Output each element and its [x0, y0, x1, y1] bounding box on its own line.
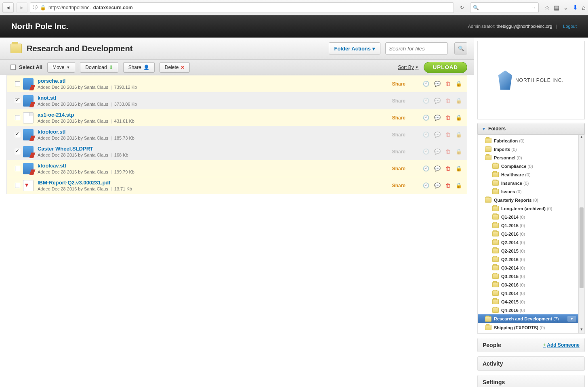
file-row[interactable]: as1-oc-214.stpAdded Dec 28 2016 by Santa…	[7, 109, 467, 126]
history-icon[interactable]: 🕘	[423, 81, 429, 87]
folder-tree-item[interactable]: Shipping (EXPORTS)(0)	[478, 323, 584, 332]
settings-panel[interactable]: Settings	[477, 375, 585, 387]
folder-tree-item[interactable]: Q3-2015(0)	[478, 272, 584, 280]
folder-tree-item[interactable]: Q4-2016(0)	[478, 306, 584, 314]
comment-icon[interactable]: 💬	[434, 81, 441, 87]
trash-icon[interactable]: 🗑	[445, 182, 451, 188]
folder-tree-item[interactable]: Q2-2016(0)	[478, 255, 584, 264]
folder-tree-item[interactable]: Q1-2015(0)	[478, 221, 584, 230]
file-name[interactable]: ktoolcav.stl	[38, 163, 381, 169]
history-icon[interactable]: 🕘	[423, 132, 429, 138]
lock-icon[interactable]: 🔒	[456, 98, 462, 104]
trash-icon[interactable]: 🗑	[445, 149, 451, 155]
folder-actions-button[interactable]: Folder Actions▾	[329, 42, 380, 54]
history-icon[interactable]: 🕘	[423, 165, 429, 172]
share-link[interactable]: Share	[381, 183, 405, 188]
share-link[interactable]: Share	[381, 115, 405, 121]
trash-icon[interactable]: 🗑	[445, 115, 451, 121]
folder-tree-item[interactable]: Fabrication(0)	[478, 136, 584, 145]
file-name[interactable]: porsche.stl	[38, 78, 381, 84]
tree-scrollbar[interactable]: ▲ ▼	[578, 135, 584, 333]
file-name[interactable]: Caster Wheel.SLDPRT	[38, 146, 381, 152]
history-icon[interactable]: 🕘	[423, 115, 429, 121]
lock-icon[interactable]: 🔒	[456, 165, 462, 172]
comment-icon[interactable]: 💬	[434, 115, 441, 121]
people-panel[interactable]: People + Add Someone	[477, 338, 585, 352]
folder-tree-item[interactable]: Q2-2015(0)	[478, 247, 584, 255]
share-link[interactable]: Share	[381, 98, 405, 104]
comment-icon[interactable]: 💬	[434, 182, 441, 188]
file-row[interactable]: ktoolcav.stlAdded Dec 28 2016 by Santa C…	[7, 160, 467, 177]
folder-tree-item[interactable]: Long-term (archived)(0)	[478, 204, 584, 213]
file-row[interactable]: Caster Wheel.SLDPRTAdded Dec 28 2016 by …	[7, 143, 467, 160]
share-link[interactable]: Share	[381, 166, 405, 172]
upload-button[interactable]: UPLOAD	[424, 62, 467, 73]
file-checkbox[interactable]	[12, 132, 23, 137]
file-checkbox[interactable]	[12, 166, 23, 171]
comment-icon[interactable]: 💬	[434, 165, 441, 172]
url-bar[interactable]: ⓘ 🔒 https://northpoleinc.dataxsecure.com	[30, 2, 454, 13]
activity-panel[interactable]: Activity	[477, 356, 585, 371]
file-checkbox[interactable]	[12, 149, 23, 154]
home-icon[interactable]: ⌂	[582, 4, 586, 11]
file-name[interactable]: as1-oc-214.stp	[38, 112, 381, 118]
trash-icon[interactable]: 🗑	[445, 81, 451, 87]
history-icon[interactable]: 🕘	[423, 149, 429, 155]
folder-tree-item[interactable]: Q3-2014(0)	[478, 264, 584, 272]
folder-tree-item[interactable]: Healthcare(0)	[478, 170, 584, 179]
lock-icon[interactable]: 🔒	[456, 182, 462, 188]
share-link[interactable]: Share	[381, 149, 405, 155]
file-checkbox[interactable]	[12, 81, 23, 86]
folder-tree-item[interactable]: Compliance(0)	[478, 162, 584, 170]
folder-tree-item[interactable]: Q1-2014(0)	[478, 213, 584, 221]
refresh-button[interactable]: ↻	[456, 2, 468, 13]
folder-tree-item[interactable]: Q4-2014(0)	[478, 289, 584, 297]
logout-link[interactable]: Logout	[563, 24, 577, 29]
folder-tree-item[interactable]: Q4-2015(0)	[478, 297, 584, 306]
comment-icon[interactable]: 💬	[434, 132, 441, 138]
file-row[interactable]: ktoolcor.stlAdded Dec 28 2016 by Santa C…	[7, 126, 467, 143]
lock-icon[interactable]: 🔒	[456, 115, 462, 121]
add-someone-link[interactable]: + Add Someone	[543, 342, 580, 348]
file-name[interactable]: IBM-Report-Q2.v3.000231.pdf	[38, 180, 381, 186]
downloads-icon[interactable]: ⬇	[573, 4, 578, 11]
share-button[interactable]: Share 👤	[123, 62, 155, 73]
back-button[interactable]: ◄	[2, 2, 14, 13]
file-checkbox[interactable]	[12, 98, 23, 103]
file-row[interactable]: IBM-Report-Q2.v3.000231.pdfAdded Dec 28 …	[7, 177, 467, 194]
move-button[interactable]: Move ▼	[47, 62, 75, 73]
history-icon[interactable]: 🕘	[423, 182, 429, 188]
folder-tree-item[interactable]: Q2-2014(0)	[478, 238, 584, 247]
history-icon[interactable]: 🕘	[423, 98, 429, 104]
search-button[interactable]: 🔍	[454, 42, 467, 54]
delete-button[interactable]: Delete ✕	[160, 62, 190, 73]
trash-icon[interactable]: 🗑	[445, 165, 451, 172]
folder-tree-item[interactable]: Q3-2016(0)	[478, 280, 584, 289]
file-row[interactable]: knot.stlAdded Dec 28 2016 by Santa Claus…	[7, 92, 467, 109]
select-all[interactable]: Select All	[10, 64, 42, 70]
lock-icon[interactable]: 🔒	[456, 81, 462, 87]
file-name[interactable]: ktoolcor.stl	[38, 129, 381, 135]
share-link[interactable]: Share	[381, 132, 405, 138]
comment-icon[interactable]: 💬	[434, 149, 441, 155]
browser-search[interactable]: 🔍 →	[470, 2, 539, 13]
scroll-up-icon[interactable]: ▲	[579, 135, 584, 141]
select-all-checkbox[interactable]	[10, 65, 16, 70]
folder-tree-item[interactable]: Imports(0)	[478, 145, 584, 153]
folder-tree-item[interactable]: Issues(0)	[478, 187, 584, 196]
folder-menu-icon[interactable]: ▼	[567, 316, 576, 322]
file-checkbox[interactable]	[12, 183, 23, 188]
trash-icon[interactable]: 🗑	[445, 132, 451, 138]
folders-header[interactable]: ▼ Folders	[477, 123, 585, 135]
pocket-icon[interactable]: ⌄	[563, 4, 569, 11]
trash-icon[interactable]: 🗑	[445, 98, 451, 104]
scroll-down-icon[interactable]: ▼	[579, 327, 584, 333]
share-link[interactable]: Share	[381, 81, 405, 87]
folder-tree-item[interactable]: Q1-2016(0)	[478, 230, 584, 238]
file-name[interactable]: knot.stl	[38, 95, 381, 101]
folder-tree-item[interactable]: Research and Development(7)▼	[478, 314, 584, 323]
folder-tree-item[interactable]: Quarterly Reports(0)	[478, 196, 584, 204]
search-files-input[interactable]	[385, 42, 448, 54]
file-row[interactable]: porsche.stlAdded Dec 28 2016 by Santa Cl…	[7, 75, 467, 92]
comment-icon[interactable]: 💬	[434, 98, 441, 104]
